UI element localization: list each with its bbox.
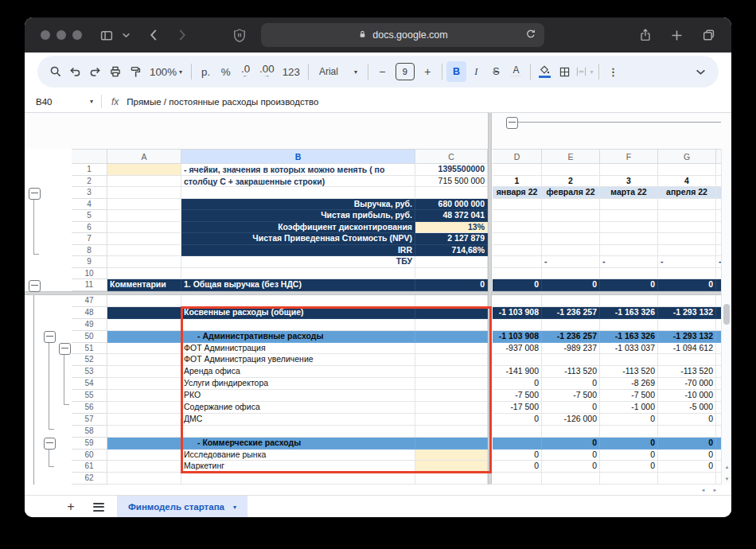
cell-G11[interactable]: 0 [658, 279, 716, 291]
cell-D4[interactable] [493, 199, 542, 211]
column-header-F[interactable]: F [600, 149, 658, 164]
paint-format-icon[interactable] [125, 61, 145, 82]
cell-B55[interactable]: РКО [181, 390, 415, 402]
cell-G2[interactable]: 4 [658, 176, 716, 188]
cell-E61[interactable]: 0 [542, 461, 600, 473]
zoom-select[interactable]: 100%▾ [145, 61, 187, 82]
cell-A54[interactable] [107, 378, 181, 390]
cell-G3[interactable]: апреля 22 [658, 187, 716, 199]
cell-A52[interactable] [107, 354, 181, 366]
cell-D47[interactable] [493, 295, 542, 307]
cell-C8[interactable]: 714,68% [415, 245, 488, 257]
cell-B59[interactable]: - Коммерческие расходы [181, 438, 415, 450]
cell-F53[interactable]: -113 520 [600, 366, 658, 378]
row-header-11[interactable]: 11 [72, 279, 107, 291]
minimize-button[interactable] [57, 30, 66, 40]
cell-C59[interactable] [415, 438, 488, 450]
cell-F55[interactable]: -7 500 [600, 390, 658, 402]
cell-D7[interactable] [493, 233, 542, 245]
cell-G52[interactable] [658, 354, 716, 366]
row-header-9[interactable]: 9 [72, 256, 107, 268]
cell-G62[interactable] [658, 473, 716, 485]
cell-G8[interactable] [658, 245, 716, 257]
cell-E11[interactable]: 0 [542, 279, 600, 291]
cell-D59[interactable] [493, 438, 542, 450]
cell-A59[interactable] [107, 438, 181, 450]
column-header-D[interactable]: D [493, 149, 542, 164]
row-header-59[interactable]: 59 [72, 438, 107, 450]
cell-A4[interactable] [107, 199, 181, 211]
row-header-2[interactable]: 2 [72, 176, 107, 188]
cell-C11[interactable]: 0 [415, 279, 488, 291]
reload-icon[interactable] [525, 28, 536, 42]
cell-B50[interactable]: - Административные расходы [181, 331, 415, 343]
strikethrough-button[interactable]: S [486, 61, 506, 82]
cell-B47[interactable] [181, 295, 415, 307]
cell-D62[interactable] [493, 473, 542, 485]
cell-note-b1[interactable]: - ячейки, значения в которых можно менят… [184, 164, 413, 187]
cell-B56[interactable]: Содержание офиса [181, 402, 415, 414]
cell-G9[interactable]: - [658, 256, 716, 268]
cell-E57[interactable]: -126 000 [542, 414, 600, 426]
cell-G53[interactable]: -113 520 [658, 366, 716, 378]
sidebar-icon[interactable] [99, 29, 114, 42]
cell-G61[interactable]: 0 [658, 461, 716, 473]
cell-E10[interactable] [542, 268, 600, 280]
cell-C51[interactable] [415, 343, 488, 355]
scroll-up-icon[interactable]: ▴ [722, 461, 731, 473]
collapse-toolbar-icon[interactable] [691, 61, 711, 82]
row-header-6[interactable]: 6 [72, 222, 107, 234]
cell-F54[interactable]: -8 269 [600, 378, 658, 390]
row-group-collapse-button-11[interactable] [29, 280, 41, 292]
cell-A62[interactable] [107, 473, 181, 485]
cell-C55[interactable] [415, 390, 488, 402]
share-icon[interactable] [639, 28, 652, 42]
zoom-button[interactable] [72, 30, 82, 40]
cell-E6[interactable] [542, 222, 600, 234]
cell-F7[interactable] [600, 233, 658, 245]
borders-button[interactable] [555, 61, 575, 82]
cell-F49[interactable] [600, 319, 658, 331]
cell-G51[interactable]: -1 094 612 [658, 343, 716, 355]
row-header-4[interactable]: 4 [72, 199, 107, 211]
cell-G59[interactable]: 0 [658, 438, 716, 450]
cell-G56[interactable]: -5 000 [658, 402, 716, 414]
cell-G4[interactable] [658, 199, 716, 211]
cell-F52[interactable] [600, 354, 658, 366]
cell-A57[interactable] [107, 414, 181, 426]
cell-D1[interactable] [493, 164, 542, 176]
cell-A55[interactable] [107, 390, 181, 402]
column-header-A[interactable]: A [107, 149, 181, 164]
cell-E5[interactable] [542, 210, 600, 222]
cell-G1[interactable] [658, 164, 716, 176]
cell-B8[interactable]: IRR [181, 245, 415, 257]
cell-G7[interactable] [658, 233, 716, 245]
close-button[interactable] [41, 30, 50, 40]
cell-G5[interactable] [658, 210, 716, 222]
cell-D51[interactable]: -937 008 [493, 343, 542, 355]
cell-F8[interactable] [600, 245, 658, 257]
cell-B58[interactable] [181, 426, 415, 438]
cell-A6[interactable] [107, 222, 181, 234]
cell-G48[interactable]: -1 293 132 [658, 307, 716, 319]
cell-D48[interactable]: -1 103 908 [493, 307, 542, 319]
cell-E47[interactable] [542, 295, 600, 307]
name-box[interactable]: B40 ▾ [25, 97, 101, 107]
cell-D53[interactable]: -141 900 [493, 366, 542, 378]
cell-D9[interactable] [493, 256, 542, 268]
cell-F2[interactable]: 3 [600, 176, 658, 188]
cell-G47[interactable] [658, 295, 716, 307]
column-header-C[interactable]: C [415, 149, 488, 164]
fill-color-button[interactable] [535, 61, 555, 82]
decrease-font-size-button[interactable]: − [372, 61, 392, 82]
cell-E1[interactable] [542, 164, 600, 176]
column-group-collapse-button[interactable] [506, 117, 518, 129]
cell-E9[interactable]: - [542, 256, 600, 268]
cell-G50[interactable]: -1 293 132 [658, 331, 716, 343]
cell-D3[interactable]: января 22 [493, 187, 542, 199]
row-header-1[interactable]: 1 [72, 164, 107, 176]
column-header-B[interactable]: B [181, 149, 415, 164]
cell-D52[interactable] [493, 354, 542, 366]
row-header-58[interactable]: 58 [72, 426, 107, 438]
cell-D10[interactable] [493, 268, 542, 280]
